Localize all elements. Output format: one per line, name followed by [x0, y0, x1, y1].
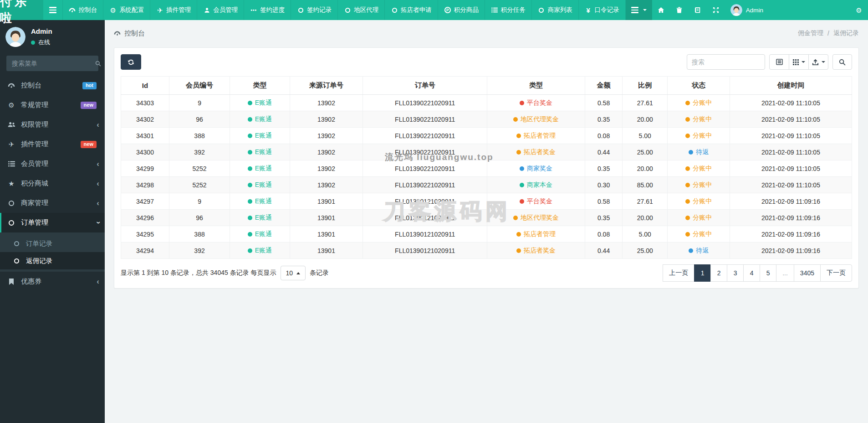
- nav-item-points-goods[interactable]: P 积分商品: [438, 0, 485, 20]
- export-dropdown-button[interactable]: [808, 54, 828, 70]
- pagination-item[interactable]: ...: [776, 264, 794, 282]
- cell-id: 34300: [121, 144, 169, 160]
- sidebar-subitem-order-records[interactable]: 订单记录: [0, 235, 105, 252]
- cell-source-order-no: 13902: [290, 128, 363, 144]
- pagination-item[interactable]: 3: [727, 264, 744, 282]
- table-header: Id 会员编号 类型 来源订单号 订单号 类型 金额 比例 状态 创建时间: [121, 77, 852, 95]
- caret-down-icon: [643, 9, 647, 11]
- cell-type: E账通: [230, 111, 290, 128]
- pagination-item[interactable]: 2: [710, 264, 727, 282]
- paper-plane-icon: ✈: [6, 141, 16, 148]
- cell-order-no: FLL01390121020911: [363, 242, 487, 259]
- columns-dropdown-button[interactable]: [789, 54, 809, 70]
- pagination-item[interactable]: 上一页: [663, 264, 694, 282]
- breadcrumb-dashboard[interactable]: 控制台: [124, 29, 145, 38]
- cell-order-no: FLL01390121020911: [363, 210, 487, 226]
- cell-member-no: 392: [169, 144, 230, 160]
- nav-menu-dropdown-button[interactable]: [626, 0, 652, 20]
- gear-icon: ⚙: [109, 7, 117, 14]
- cell-created-time: 2021-02-09 11:10:05: [730, 160, 852, 177]
- dot-icon: [685, 101, 690, 105]
- nav-item-system-config[interactable]: ⚙ 系统配置: [103, 0, 150, 20]
- circle-p-icon: P: [444, 7, 451, 13]
- fullscreen-button[interactable]: [707, 0, 725, 20]
- logs-button[interactable]: [689, 0, 707, 20]
- nav-item-signing-records[interactable]: 签约记录: [291, 0, 338, 20]
- cell-order-no: FLL01390121020911: [363, 193, 487, 210]
- cell-type: E账通: [230, 95, 290, 111]
- sidebar-item-coupons[interactable]: 优惠券 ‹: [0, 272, 105, 291]
- cell-created-time: 2021-02-09 11:10:05: [730, 95, 852, 111]
- nav-item-password-records[interactable]: ¥ 口令记录: [579, 0, 626, 20]
- pagination-item[interactable]: 5: [760, 264, 776, 282]
- nav-item-signing-progress[interactable]: ••• 签约进度: [244, 0, 291, 20]
- nav-item-merchant-list[interactable]: 商家列表: [532, 0, 579, 20]
- cell-source-order-no: 13902: [290, 144, 363, 160]
- nav-item-points-tasks[interactable]: 积分任务: [485, 0, 532, 20]
- sidebar-item-members[interactable]: 会员管理 ‹: [0, 154, 105, 174]
- table-search-input[interactable]: [687, 54, 765, 70]
- home-icon: [658, 7, 665, 13]
- pagination-item[interactable]: 下一页: [820, 264, 852, 282]
- search-icon: [839, 59, 846, 66]
- breadcrumb: 控制台: [114, 29, 145, 38]
- users-icon: [6, 122, 16, 128]
- page-size-dropdown[interactable]: 10: [281, 266, 306, 280]
- sidebar-item-order-management[interactable]: 订单管理 ‹: [0, 213, 105, 232]
- sidebar-item-dashboard[interactable]: 控制台 hot: [0, 76, 105, 95]
- sidebar-toggle-button[interactable]: [43, 0, 63, 20]
- detail-view-button[interactable]: [769, 54, 789, 70]
- sidebar-item-merchant-management[interactable]: 商家管理 ‹: [0, 193, 105, 213]
- cell-ratio: 20.00: [622, 111, 668, 128]
- pagination-item[interactable]: 4: [743, 264, 760, 282]
- nav-item-members[interactable]: 会员管理: [197, 0, 244, 20]
- pagination-item[interactable]: 3405: [794, 264, 821, 282]
- records-summary: 显示第 1 到第 10 条记录，总共 34045 条记录 每页显示 10 条记录: [121, 266, 329, 280]
- search-button[interactable]: [832, 54, 852, 70]
- search-icon[interactable]: [95, 61, 101, 67]
- dot-icon: [685, 134, 690, 138]
- nav-item-plugins[interactable]: ✈ 插件管理: [150, 0, 197, 20]
- brand-logo[interactable]: 付乐啦: [0, 0, 43, 20]
- nav-item-region-agent[interactable]: 地区代理: [338, 0, 385, 20]
- user-name: Admin: [31, 27, 52, 35]
- cell-source-order-no: 13902: [290, 177, 363, 193]
- cell-id: 34303: [121, 95, 169, 111]
- clear-cache-button[interactable]: [670, 0, 689, 20]
- cell-id: 34299: [121, 160, 169, 177]
- column-header-amount: 金额: [585, 77, 623, 95]
- cell-type: E账通: [230, 128, 290, 144]
- settings-button[interactable]: ⚙: [850, 0, 868, 20]
- chevron-left-icon: ‹: [97, 121, 99, 129]
- home-button[interactable]: [652, 0, 670, 20]
- circle-icon: [538, 8, 545, 13]
- sidebar-item-permissions[interactable]: 权限管理 ‹: [0, 115, 105, 134]
- refresh-button[interactable]: [121, 54, 141, 70]
- navbar-menu: 控制台 ⚙ 系统配置 ✈ 插件管理 会员管理 ••• 签约进度 签约记录 地区代…: [43, 0, 626, 20]
- sidebar-search-input[interactable]: [11, 59, 95, 67]
- sidebar-item-points-mall[interactable]: ★ 积分商城 ‹: [0, 174, 105, 193]
- nav-item-store-developer-apply[interactable]: 拓店者申请: [385, 0, 438, 20]
- cell-id: 34296: [121, 210, 169, 226]
- cell-bonus-type: 拓店者管理: [487, 128, 585, 144]
- table-row: 34302 96 E账通 13902 FLL01390221020911 地区代…: [121, 111, 852, 128]
- dot-icon: [685, 232, 690, 237]
- hot-badge: hot: [82, 82, 97, 89]
- cell-id: 34297: [121, 193, 169, 210]
- sidebar-subitem-rebate-records[interactable]: 返佣记录: [0, 252, 105, 269]
- dot-icon: [685, 117, 690, 122]
- circle-icon: [297, 8, 304, 13]
- toolbar-right: [687, 54, 852, 70]
- nav-item-dashboard[interactable]: 控制台: [63, 0, 104, 20]
- circle-icon: [344, 8, 351, 13]
- pagination-item[interactable]: 1: [694, 264, 711, 282]
- sidebar-item-general-management[interactable]: ⚙ 常规管理 new: [0, 95, 105, 115]
- cell-order-no: FLL01390221020911: [363, 95, 487, 111]
- user-menu[interactable]: Admin: [725, 0, 769, 20]
- table-row: 34294 392 E账通 13901 FLL01390121020911 拓店…: [121, 242, 852, 259]
- table-row: 34295 388 E账通 13901 FLL01390121020911 拓店…: [121, 226, 852, 242]
- sidebar-item-plugins[interactable]: ✈ 插件管理 new: [0, 134, 105, 154]
- breadcrumb-parent[interactable]: 佣金管理: [798, 29, 823, 37]
- chevron-left-icon: ‹: [97, 199, 99, 207]
- dot-icon: [689, 248, 693, 253]
